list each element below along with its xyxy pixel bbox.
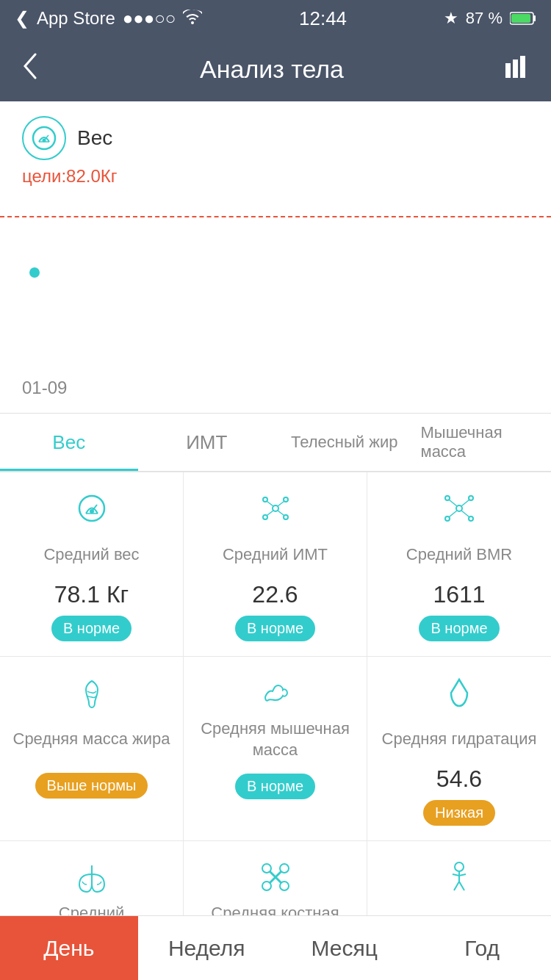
weight-scale-icon	[22, 116, 66, 160]
drop-icon	[447, 674, 472, 711]
svg-point-25	[469, 496, 473, 500]
stat-avg-imt-value: 22.6	[252, 581, 298, 608]
svg-line-20	[278, 502, 284, 507]
bmr-icon	[443, 490, 475, 527]
chart-date: 01-09	[22, 370, 529, 413]
svg-line-29	[461, 500, 469, 507]
tab-ves[interactable]: Вес	[0, 414, 138, 471]
tab-imt[interactable]: ИМТ	[138, 414, 276, 471]
stats-grid: Средний вес 78.1 Кг В норме Средний ИМТ …	[0, 472, 551, 980]
svg-point-15	[263, 497, 267, 502]
chart-section: Вес цели:82.0Кг 01-09	[0, 101, 551, 413]
stat-avg-weight-badge: В норме	[51, 616, 132, 641]
svg-line-28	[450, 500, 458, 507]
stat-avg-hydration-value: 54.6	[436, 765, 482, 793]
bottom-tab-month[interactable]: Месяц	[276, 916, 414, 980]
svg-rect-5	[520, 56, 525, 78]
stat-avg-bmr-badge: В норме	[419, 616, 499, 641]
chart-icon[interactable]	[505, 56, 529, 83]
stat-avg-muscle: Средняя мышечная масса В норме	[184, 657, 367, 841]
stat-avg-weight: Средний вес 78.1 Кг В норме	[0, 472, 184, 657]
stat-avg-fat-label: Средняя масса жира	[13, 718, 170, 760]
stat-avg-weight-label: Средний вес	[43, 534, 139, 575]
bottom-tab-week[interactable]: Неделя	[138, 916, 276, 980]
svg-point-36	[455, 862, 464, 871]
stat-avg-muscle-label: Средняя мышечная масса	[191, 718, 359, 760]
person-icon	[447, 859, 472, 896]
back-arrow-status: ❮	[15, 8, 29, 29]
scale-icon	[77, 490, 107, 527]
wifi-icon	[183, 8, 202, 29]
time-label: 12:44	[299, 7, 347, 30]
nav-bar: Анализ тела	[0, 37, 551, 101]
data-point	[29, 267, 40, 278]
battery-icon	[510, 12, 536, 25]
battery-percent: 87 %	[466, 9, 503, 28]
svg-line-31	[461, 511, 469, 517]
weight-label: Вес	[77, 126, 112, 150]
svg-rect-1	[533, 15, 536, 21]
stat-avg-imt-label: Средний ИМТ	[223, 534, 328, 575]
svg-point-18	[284, 515, 288, 519]
lungs-icon	[73, 859, 110, 896]
stat-avg-imt: Средний ИМТ 22.6 В норме	[184, 472, 367, 657]
bottom-tabs: День Неделя Месяц Год	[0, 915, 551, 980]
stat-avg-fat-badge: Выше нормы	[35, 773, 148, 799]
svg-point-27	[469, 516, 473, 521]
chart-area	[0, 194, 551, 370]
stat-avg-bmr-label: Средний BMR	[406, 534, 512, 575]
tab-mm[interactable]: Мышечная масса	[414, 414, 552, 471]
muscle-icon	[259, 674, 292, 711]
svg-line-30	[450, 511, 458, 517]
stat-avg-hydration: Средняя гидратация 54.6 Низкая	[367, 657, 551, 841]
bottom-tab-day[interactable]: День	[0, 916, 138, 980]
stat-avg-hydration-badge: Низкая	[423, 800, 495, 826]
bottom-tab-year[interactable]: Год	[414, 916, 552, 980]
back-button[interactable]	[22, 53, 38, 86]
bone-icon	[259, 859, 292, 896]
stat-avg-hydration-label: Средняя гидратация	[382, 718, 537, 760]
svg-point-23	[456, 505, 462, 511]
goal-line	[0, 216, 551, 217]
svg-point-24	[445, 496, 450, 500]
stat-avg-weight-value: 78.1 Кг	[54, 581, 129, 608]
svg-line-22	[278, 511, 284, 516]
svg-rect-2	[511, 14, 530, 23]
stat-avg-muscle-badge: В норме	[235, 774, 315, 799]
svg-line-21	[267, 511, 273, 516]
stat-avg-fat: Средняя масса жира Выше нормы	[0, 657, 184, 841]
page-title: Анализ тела	[200, 55, 344, 84]
bluetooth-icon: ★	[444, 9, 458, 28]
goal-label: цели:82.0Кг	[22, 166, 529, 187]
svg-line-19	[267, 502, 273, 507]
stat-avg-imt-badge: В норме	[235, 616, 315, 641]
svg-rect-4	[513, 60, 518, 78]
imt-icon	[259, 490, 292, 527]
fat-icon	[76, 674, 108, 711]
svg-point-16	[284, 497, 288, 502]
carrier-label: App Store	[37, 8, 115, 29]
svg-point-17	[263, 515, 267, 519]
svg-rect-3	[505, 63, 511, 78]
status-left: ❮ App Store ●●●○○	[15, 8, 202, 29]
category-tabs: Вес ИМТ Телесный жир Мышечная масса	[0, 413, 551, 472]
chart-header: Вес	[22, 116, 529, 160]
stat-avg-bmr: Средний BMR 1611 В норме	[367, 472, 551, 657]
svg-point-14	[273, 505, 278, 511]
stat-avg-bmr-value: 1611	[433, 581, 485, 608]
status-right: ★ 87 %	[444, 9, 536, 28]
status-bar: ❮ App Store ●●●○○ 12:44 ★ 87 %	[0, 0, 551, 37]
signal-dots: ●●●○○	[123, 8, 176, 29]
tab-tg[interactable]: Телесный жир	[276, 414, 414, 471]
svg-point-26	[445, 516, 450, 521]
